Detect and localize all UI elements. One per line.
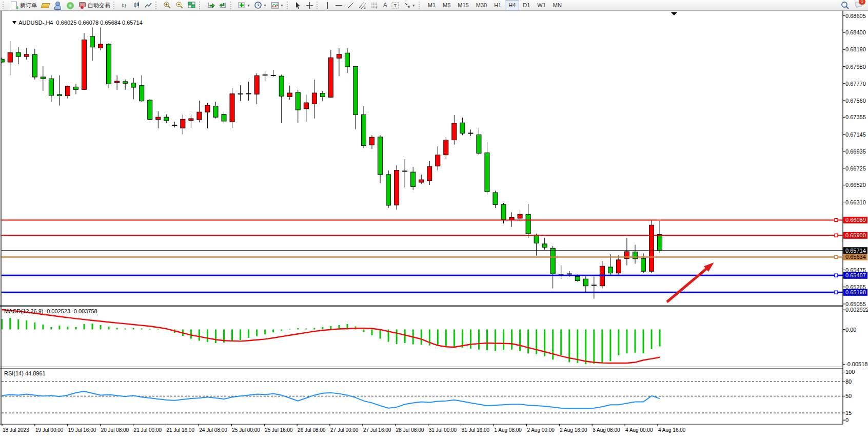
time-tick-label: 2 Aug 00:00 xyxy=(527,427,555,433)
timeframe-button-h4[interactable]: H4 xyxy=(505,0,519,11)
horizontal-line-button[interactable] xyxy=(333,0,345,11)
candle-body xyxy=(57,94,62,96)
candle-body xyxy=(591,285,596,286)
time-tick-label: 27 Jul 16:00 xyxy=(363,427,391,433)
chart-canvas[interactable]: 0.686050.684000.681900.679800.677700.675… xyxy=(0,0,868,436)
signals-button[interactable] xyxy=(64,0,76,11)
candle-body xyxy=(362,115,366,145)
hline-handle[interactable] xyxy=(835,255,838,258)
fibonacci-button[interactable]: F xyxy=(369,0,381,11)
auto-scroll-button[interactable] xyxy=(205,0,217,11)
candle-body xyxy=(337,54,341,59)
candle-body xyxy=(73,87,78,89)
candle-body xyxy=(493,193,498,204)
hline-handle[interactable] xyxy=(835,291,838,294)
svg-text:E: E xyxy=(364,6,366,9)
candlestick-chart-button[interactable] xyxy=(131,0,143,11)
auto-scroll-icon xyxy=(207,2,215,9)
bar-chart-button[interactable] xyxy=(119,0,131,11)
price-tick-label: 0.67355 xyxy=(845,114,866,120)
new-order-button[interactable]: + 新订单 xyxy=(8,0,39,11)
candle-body xyxy=(485,153,489,192)
time-tick-label: 21 Jul 16:00 xyxy=(167,427,195,433)
candle-body xyxy=(633,252,638,259)
candle-body xyxy=(189,119,193,120)
indicators-button[interactable]: ▼ xyxy=(236,0,252,11)
channel-button[interactable]: E xyxy=(357,0,369,11)
templates-button[interactable]: ▼ xyxy=(269,0,286,11)
deposit-button[interactable] xyxy=(39,0,51,11)
timeframe-button-m1[interactable]: M1 xyxy=(424,0,439,11)
candle-body xyxy=(230,94,234,122)
rsi-axis-label: 80 xyxy=(845,378,852,385)
notifications-button[interactable]: 1 xyxy=(855,1,863,9)
gold-bar-icon xyxy=(41,1,49,9)
tile-windows-button[interactable] xyxy=(186,0,198,11)
chart-shift-button[interactable] xyxy=(217,0,229,11)
community-button[interactable] xyxy=(51,0,64,11)
symbol-dropdown-icon[interactable] xyxy=(12,21,17,25)
time-tick-label: 19 Jul 00:00 xyxy=(35,427,64,433)
candlestick-chart-icon xyxy=(133,2,141,9)
crosshair-button[interactable] xyxy=(304,0,315,11)
candle-body xyxy=(213,106,218,118)
label-button[interactable]: T xyxy=(389,0,402,11)
arrows-button[interactable]: ▼ xyxy=(402,0,418,11)
zoom-in-button[interactable] xyxy=(161,0,173,11)
candle-body xyxy=(550,248,555,274)
candle-body xyxy=(649,225,654,271)
candle-body xyxy=(140,86,144,101)
timeframe-button-mn[interactable]: MN xyxy=(549,0,565,11)
candle-body xyxy=(583,279,588,286)
candle-body xyxy=(287,93,292,97)
candle-body xyxy=(90,36,95,47)
price-tick-label: 0.68190 xyxy=(845,46,866,52)
trendline-button[interactable] xyxy=(345,0,357,11)
new-order-label: 新订单 xyxy=(20,2,37,9)
line-chart-button[interactable] xyxy=(143,0,154,11)
candle-body xyxy=(172,125,177,125)
price-tag: 0.66089 xyxy=(843,217,867,223)
timeframe-button-m5[interactable]: M5 xyxy=(439,0,454,11)
candle-body xyxy=(328,58,333,97)
vertical-line-button[interactable] xyxy=(322,0,333,11)
auto-trading-button[interactable]: 自动交易 xyxy=(76,0,112,11)
candle-body xyxy=(263,75,267,75)
candle-body xyxy=(115,81,120,83)
time-tick-label: 4 Aug 16:00 xyxy=(658,427,686,433)
timeframe-button-m30[interactable]: M30 xyxy=(472,0,490,11)
indicators-icon xyxy=(238,2,246,9)
hline-handle[interactable] xyxy=(835,218,838,221)
toolbar-grip xyxy=(155,2,159,9)
chevron-down-icon: ▼ xyxy=(412,4,416,7)
price-tag-label: 0.65407 xyxy=(845,272,866,278)
timeframe-button-m15[interactable]: M15 xyxy=(454,0,472,11)
zoom-out-button[interactable] xyxy=(173,0,186,11)
chevron-down-icon: ▼ xyxy=(247,4,250,7)
chevron-down-icon: ▼ xyxy=(263,4,267,7)
candle-body xyxy=(526,214,530,234)
candle xyxy=(649,220,654,273)
candle-body xyxy=(8,53,12,62)
price-tag-label: 0.66089 xyxy=(845,217,866,223)
timeframe-button-w1[interactable]: W1 xyxy=(534,0,549,11)
candle-body xyxy=(320,93,325,97)
hline-handle[interactable] xyxy=(835,234,838,237)
timeframe-button-h1[interactable]: H1 xyxy=(490,0,505,11)
periods-button[interactable]: ▼ xyxy=(252,0,269,11)
cursor-button[interactable] xyxy=(292,0,304,11)
timeframe-toolbar: M1M5M15M30H1H4D1W1MN xyxy=(424,0,565,11)
candle-body xyxy=(148,100,152,120)
time-tick-label: 25 Jul 16:00 xyxy=(265,427,293,433)
candle-body xyxy=(345,53,349,67)
price-tag-label: 0.65198 xyxy=(845,289,866,295)
hline-handle[interactable] xyxy=(835,274,838,277)
bar-chart-icon xyxy=(121,2,129,9)
candle-body xyxy=(254,75,259,94)
text-button[interactable]: A xyxy=(381,0,389,11)
candle-body xyxy=(65,86,70,96)
auto-trading-label: 自动交易 xyxy=(88,2,110,9)
search-icon[interactable] xyxy=(841,1,850,10)
equidistant-channel-icon: E xyxy=(359,2,367,9)
timeframe-button-d1[interactable]: D1 xyxy=(519,0,534,11)
